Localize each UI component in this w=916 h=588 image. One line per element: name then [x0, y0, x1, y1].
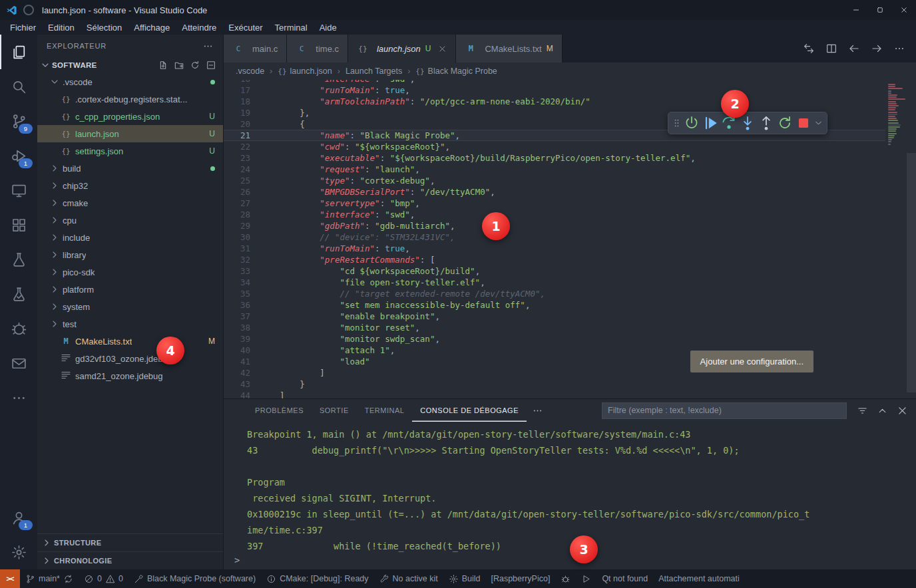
- workspace-section-header[interactable]: SOFTWARE: [37, 57, 223, 73]
- line-number[interactable]: 22: [224, 141, 250, 152]
- tab-main-c[interactable]: Cmain.c: [224, 35, 287, 63]
- close-button[interactable]: [892, 0, 916, 20]
- chevron-up-icon[interactable]: [877, 405, 888, 416]
- tab-cmakelists-txt[interactable]: MCMakeLists.txtM: [456, 35, 562, 63]
- menu-item-fichier[interactable]: Fichier: [4, 23, 42, 33]
- debug-console-filter-input[interactable]: [602, 402, 847, 419]
- tree-item-cortex-debug-registers-stat[interactable]: {}.cortex-debug.registers.stat...: [37, 90, 223, 108]
- activity-test-explorer[interactable]: [0, 277, 37, 311]
- status-item-qt-not-found[interactable]: Qt not found: [596, 569, 653, 588]
- status-item-black-magic-probe-software[interactable]: Black Magic Probe (software): [128, 569, 261, 588]
- code-line-30[interactable]: 30 // "device": "STM32L431VC",: [224, 231, 885, 243]
- activity-more-views[interactable]: [0, 380, 37, 415]
- line-number[interactable]: 20: [224, 118, 250, 130]
- ellipsis-icon[interactable]: [893, 43, 905, 55]
- panel-more-icon[interactable]: [532, 405, 543, 416]
- debug-continue-button[interactable]: [702, 114, 719, 132]
- line-number[interactable]: 31: [224, 243, 250, 254]
- remote-indicator[interactable]: ><: [0, 569, 20, 588]
- debug-restart-button[interactable]: [776, 114, 794, 132]
- code-line-39[interactable]: 39 "monitor swdp_scan",: [224, 333, 885, 345]
- line-number[interactable]: 41: [224, 356, 250, 367]
- menu-item-ex-cuter[interactable]: Exécuter: [222, 23, 268, 33]
- line-number[interactable]: 40: [224, 345, 250, 356]
- line-number[interactable]: 27: [224, 198, 250, 209]
- minimap[interactable]: [887, 80, 907, 398]
- breadcrumb-item-launch-json[interactable]: {}launch.json: [278, 67, 332, 76]
- tree-item-test[interactable]: test: [37, 315, 223, 333]
- collapse-all-icon[interactable]: [206, 60, 216, 71]
- debug-stop-button[interactable]: [795, 114, 812, 132]
- sidebar-more-icon[interactable]: [202, 41, 214, 52]
- panel-tab-terminal[interactable]: TERMINAL: [357, 399, 413, 422]
- status-item-attachement-automati[interactable]: Attachement automati: [653, 569, 745, 588]
- activity-explorer[interactable]: [0, 35, 37, 69]
- line-number[interactable]: 35: [224, 288, 250, 299]
- line-number[interactable]: 34: [224, 277, 250, 288]
- code-line-25[interactable]: 25 "type": "cortex-debug",: [224, 175, 885, 186]
- filter-lines-icon[interactable]: [857, 405, 868, 416]
- tree-item-launch-json[interactable]: {}launch.jsonU: [37, 125, 223, 142]
- line-number[interactable]: 19: [224, 107, 250, 118]
- add-configuration-button[interactable]: Ajouter une configuration...: [690, 351, 813, 372]
- debug-step-into-button[interactable]: [739, 114, 756, 132]
- code-line-43[interactable]: 43 }: [224, 378, 885, 390]
- code-line-17[interactable]: 17 "runToMain": true,: [224, 84, 885, 96]
- tree-item-settings-json[interactable]: {}settings.jsonU: [37, 142, 223, 160]
- section-chronologie[interactable]: CHRONOLOGIE: [37, 551, 223, 569]
- panel-tab-probl-mes[interactable]: PROBLÈMES: [247, 399, 312, 422]
- activity-debug-tool[interactable]: [0, 311, 37, 346]
- code-line-26[interactable]: 26 "BMPGDBSerialPort": "/dev/ttyACM0",: [224, 186, 885, 198]
- code-line-18[interactable]: 18 "armToolchainPath": "/opt/gcc-arm-non…: [224, 96, 885, 107]
- status-item-no-active-kit[interactable]: No active kit: [374, 569, 443, 588]
- code-line-32[interactable]: 32 "preRestartCommands": [: [224, 254, 885, 265]
- activity-search[interactable]: [0, 69, 37, 104]
- section-structure[interactable]: STRUCTURE: [37, 533, 223, 551]
- code-line-16[interactable]: 16 "interface": "swd",: [224, 80, 885, 84]
- line-number[interactable]: 29: [224, 220, 250, 231]
- tree-item-platform[interactable]: platform: [37, 281, 223, 298]
- close-icon[interactable]: [897, 405, 908, 416]
- status-item-0[interactable]: 00: [79, 569, 128, 588]
- line-number[interactable]: 32: [224, 254, 250, 265]
- code-line-23[interactable]: 23 "executable": "${workspaceRoot}/build…: [224, 152, 885, 164]
- tab-time-c[interactable]: Ctime.c: [287, 35, 348, 63]
- code-line-33[interactable]: 33 "cd ${workspaceRoot}/build",: [224, 265, 885, 277]
- swap-arrows-icon[interactable]: [803, 43, 815, 55]
- code-line-44[interactable]: 44 ]: [224, 390, 885, 398]
- code-line-27[interactable]: 27 "servertype": "bmp",: [224, 198, 885, 209]
- breadcrumb-item-vscode[interactable]: .vscode: [236, 67, 264, 76]
- line-number[interactable]: 39: [224, 333, 250, 345]
- code-line-36[interactable]: 36 "set mem inaccessible-by-default off"…: [224, 299, 885, 311]
- arrow-left-icon[interactable]: [848, 43, 860, 55]
- line-number[interactable]: 43: [224, 378, 250, 390]
- activity-extensions[interactable]: [0, 208, 37, 242]
- line-number[interactable]: 28: [224, 209, 250, 220]
- debug-power-button[interactable]: [683, 114, 700, 132]
- tree-item-library[interactable]: library: [37, 246, 223, 263]
- menu-item-edition[interactable]: Edition: [42, 23, 81, 33]
- breadcrumb-item-launch-targets[interactable]: Launch Targets: [345, 67, 402, 76]
- line-number[interactable]: 26: [224, 186, 250, 198]
- debug-chevron-down-button[interactable]: [813, 114, 823, 132]
- new-file-icon[interactable]: [158, 60, 168, 71]
- code-line-31[interactable]: 31 "runToMain": true,: [224, 243, 885, 254]
- line-number[interactable]: 42: [224, 367, 250, 378]
- line-number[interactable]: 16: [224, 80, 250, 84]
- code-line-29[interactable]: 29 "gdbPath": "gdb-multiarch",: [224, 220, 885, 231]
- line-number[interactable]: 36: [224, 299, 250, 311]
- panel-tab-console-de-d-bogage[interactable]: CONSOLE DE DÉBOGAGE: [412, 399, 527, 422]
- line-number[interactable]: 17: [224, 84, 250, 96]
- activity-manage[interactable]: [0, 535, 37, 569]
- code-line-34[interactable]: 34 "file open-story-teller.elf",: [224, 277, 885, 288]
- tree-item-cpu[interactable]: cpu: [37, 212, 223, 229]
- line-number[interactable]: 33: [224, 265, 250, 277]
- line-number[interactable]: 18: [224, 96, 250, 107]
- maximize-button[interactable]: [868, 0, 892, 20]
- tree-item-system[interactable]: system: [37, 298, 223, 315]
- tree-item-c-cpp-properties-json[interactable]: {}c_cpp_properties.jsonU: [37, 108, 223, 125]
- status-item-play[interactable]: [576, 569, 596, 588]
- code-line-28[interactable]: 28 "interface": "swd",: [224, 209, 885, 220]
- tab-launch-json[interactable]: {}launch.jsonU: [348, 35, 456, 63]
- line-number[interactable]: 44: [224, 390, 250, 398]
